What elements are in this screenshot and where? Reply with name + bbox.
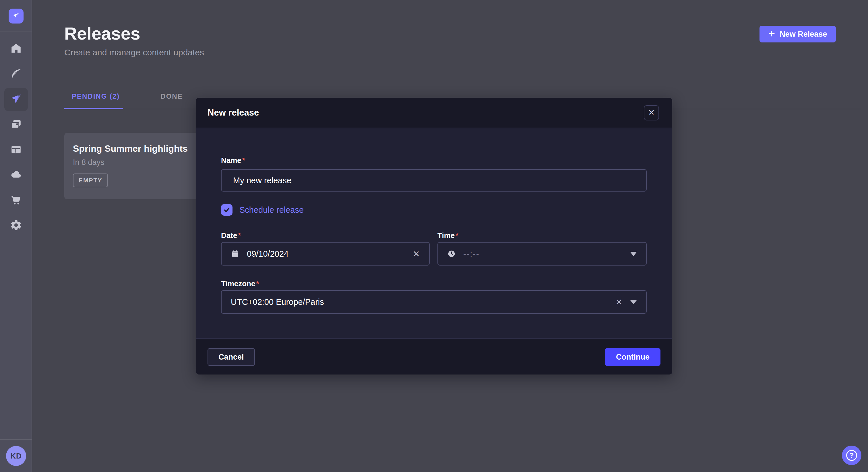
page-title: Releases (64, 24, 141, 43)
sidebar-item-home[interactable] (0, 37, 32, 60)
cart-icon (10, 194, 22, 207)
paper-plane-icon (10, 93, 22, 106)
name-field[interactable] (221, 169, 647, 192)
sidebar-item-content-manager[interactable] (0, 138, 32, 162)
date-field[interactable]: 09/10/2024 ✕ (221, 242, 430, 266)
sidebar-divider (0, 32, 32, 32)
sidebar-item-settings[interactable] (0, 214, 32, 237)
clock-icon (447, 249, 456, 258)
feather-icon (10, 67, 22, 80)
new-release-button-label: New Release (780, 30, 827, 39)
active-tab-underline (64, 108, 123, 109)
sidebar-divider (0, 439, 32, 440)
time-field[interactable]: --:-- (437, 242, 647, 266)
name-label: Name* (221, 156, 245, 165)
time-label: Time* (437, 231, 458, 240)
gear-icon (10, 219, 22, 232)
continue-button[interactable]: Continue (605, 348, 660, 366)
schedule-release-checkbox[interactable]: Schedule release (221, 204, 304, 216)
new-release-button[interactable]: + New Release (760, 26, 836, 42)
sidebar-item-content-builder[interactable] (0, 63, 32, 86)
home-icon (10, 42, 22, 55)
timezone-field[interactable]: UTC+02:00 Europe/Paris ✕ (221, 290, 647, 314)
modal-header: New release ✕ (196, 98, 672, 128)
chevron-down-icon[interactable] (630, 252, 637, 256)
timezone-label: Timezone* (221, 279, 259, 288)
question-mark-icon: ? (846, 450, 857, 461)
clear-date-icon[interactable]: ✕ (413, 249, 420, 259)
strapi-logo-icon (12, 11, 20, 21)
date-value: 09/10/2024 (247, 249, 288, 259)
required-asterisk: * (242, 156, 245, 165)
required-asterisk: * (456, 231, 458, 240)
required-asterisk: * (256, 279, 259, 288)
cancel-button[interactable]: Cancel (208, 348, 255, 366)
timezone-value: UTC+02:00 Europe/Paris (231, 297, 324, 307)
release-card-status-badge: EMPTY (73, 173, 108, 187)
page-subtitle: Create and manage content updates (64, 47, 204, 57)
close-icon[interactable]: ✕ (644, 105, 659, 121)
date-label: Date* (221, 231, 241, 240)
tab-pending[interactable]: PENDING (2) (64, 89, 127, 108)
sidebar-item-media-library[interactable] (0, 113, 32, 136)
plus-icon: + (768, 28, 775, 39)
release-card[interactable]: Spring Summer highlights In 8 days EMPTY (64, 133, 214, 199)
calendar-icon (231, 249, 239, 258)
avatar[interactable]: KD (6, 446, 26, 466)
sidebar-item-cloud[interactable] (0, 164, 32, 187)
cloud-icon (10, 168, 22, 181)
sidebar: KD (0, 0, 32, 472)
media-library-icon (10, 118, 22, 131)
release-card-title: Spring Summer highlights (73, 143, 211, 154)
new-release-modal: New release ✕ Name* Schedule release Dat… (196, 98, 672, 374)
sidebar-item-marketplace[interactable] (0, 189, 32, 212)
help-button[interactable]: ? (842, 446, 861, 465)
chevron-down-icon[interactable] (630, 300, 637, 304)
layout-icon (10, 143, 22, 157)
schedule-release-label: Schedule release (239, 205, 304, 215)
release-card-meta: In 8 days (73, 158, 104, 167)
modal-footer: Cancel Continue (196, 338, 672, 374)
sidebar-item-releases[interactable] (4, 88, 28, 111)
modal-title: New release (208, 107, 259, 118)
tab-done[interactable]: DONE (153, 89, 190, 108)
tab-bar: PENDING (2) DONE (64, 89, 190, 108)
clear-timezone-icon[interactable]: ✕ (615, 297, 623, 307)
time-placeholder: --:-- (463, 249, 479, 259)
required-asterisk: * (238, 231, 241, 240)
app-logo[interactable] (9, 9, 24, 24)
checkbox-checked-icon (221, 204, 232, 216)
